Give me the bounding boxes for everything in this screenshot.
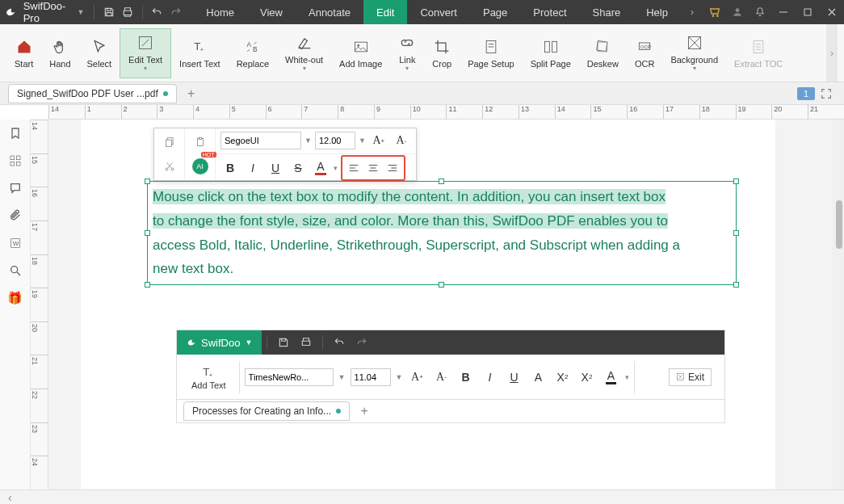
- embed-redo-icon: [351, 330, 373, 355]
- chevron-right-icon[interactable]: ›: [681, 0, 703, 24]
- embed-italic-icon: I: [480, 368, 499, 387]
- user-icon[interactable]: [726, 0, 749, 24]
- align-left-icon[interactable]: [344, 158, 363, 178]
- document-tab[interactable]: Signed_SwifDoo PDF User ...pdf: [8, 84, 177, 103]
- embed-subscript-icon: X2: [577, 368, 596, 387]
- cut-icon[interactable]: [160, 157, 179, 176]
- ribbon-insert-text[interactable]: T+Insert Text: [171, 28, 229, 78]
- font-size-select[interactable]: [315, 132, 355, 149]
- svg-rect-33: [166, 140, 171, 146]
- menu-annotate[interactable]: Annotate: [296, 0, 363, 24]
- attachments-panel-icon[interactable]: [6, 207, 24, 225]
- resize-handle[interactable]: [733, 282, 739, 288]
- menu-edit[interactable]: Edit: [363, 0, 407, 24]
- redo-icon[interactable]: [166, 0, 185, 24]
- ribbon-crop[interactable]: Crop: [424, 28, 460, 78]
- increase-font-icon[interactable]: A+: [369, 131, 388, 150]
- comments-panel-icon[interactable]: [6, 179, 24, 197]
- save-icon[interactable]: [99, 0, 118, 24]
- resize-handle[interactable]: [145, 282, 150, 288]
- font-family-select[interactable]: [220, 132, 301, 149]
- resize-handle[interactable]: [439, 178, 444, 184]
- svg-text:W: W: [12, 240, 19, 247]
- thumbnails-panel-icon[interactable]: [6, 152, 24, 170]
- paste-icon[interactable]: [191, 132, 210, 152]
- minimize-button[interactable]: [771, 0, 796, 24]
- cart-icon[interactable]: [703, 0, 726, 24]
- ribbon-scroll-right[interactable]: ›: [826, 24, 838, 82]
- ribbon-extract-toc[interactable]: Extract TOC: [726, 28, 791, 78]
- menu-help[interactable]: Help: [633, 0, 681, 24]
- menu-share[interactable]: Share: [580, 0, 634, 24]
- decrease-font-icon[interactable]: A-: [392, 131, 411, 150]
- menu-convert[interactable]: Convert: [407, 0, 470, 24]
- strikethrough-icon[interactable]: S: [288, 158, 308, 178]
- maximize-button[interactable]: [796, 0, 820, 24]
- ribbon-edit-text[interactable]: Edit Text▾: [120, 28, 171, 78]
- ai-button[interactable]: AIHOT: [191, 157, 210, 176]
- svg-text:B: B: [253, 44, 258, 52]
- ribbon-ocr[interactable]: OCROCR: [627, 28, 662, 78]
- word-panel-icon[interactable]: W: [6, 234, 24, 252]
- resize-handle[interactable]: [145, 230, 150, 236]
- collapse-sidebar-icon[interactable]: ‹: [8, 491, 12, 504]
- ribbon-link[interactable]: Link▾: [390, 28, 424, 78]
- svg-rect-25: [16, 156, 20, 160]
- embed-font-select: [245, 368, 334, 386]
- vertical-scrollbar[interactable]: [833, 120, 844, 489]
- align-right-icon[interactable]: [383, 158, 402, 178]
- bell-icon[interactable]: [749, 0, 771, 24]
- bookmark-panel-icon[interactable]: [6, 124, 24, 142]
- ribbon-deskew[interactable]: Deskew: [579, 28, 627, 78]
- embed-font-color-icon: A: [601, 368, 620, 387]
- menu-view[interactable]: View: [247, 0, 296, 24]
- print-icon[interactable]: [119, 0, 137, 24]
- resize-handle[interactable]: [733, 178, 739, 184]
- page-indicator: 1: [797, 87, 815, 100]
- add-tab-button[interactable]: +: [182, 84, 201, 103]
- embed-add-text-button: T+Add Text: [183, 358, 234, 397]
- copy-icon[interactable]: [160, 132, 179, 152]
- ribbon-page-setup[interactable]: Page Setup: [460, 28, 523, 78]
- font-color-icon[interactable]: A: [311, 158, 330, 178]
- svg-point-35: [171, 168, 174, 170]
- svg-text:A: A: [246, 40, 251, 48]
- ribbon-start[interactable]: Start: [6, 28, 41, 78]
- search-panel-icon[interactable]: [6, 262, 24, 279]
- fullscreen-icon[interactable]: [820, 87, 833, 100]
- embed-exit-button: Exit: [669, 368, 712, 386]
- svg-rect-37: [199, 137, 202, 139]
- menu-page[interactable]: Page: [470, 0, 520, 24]
- app-dropdown-icon[interactable]: ▼: [77, 8, 84, 16]
- svg-point-9: [357, 44, 359, 47]
- embedded-screenshot: SwifDoo▼ T+Add Text ▼ ▼ A+ A- B I U A X2: [176, 330, 725, 423]
- align-center-icon[interactable]: [363, 158, 383, 178]
- menu-home[interactable]: Home: [193, 0, 247, 24]
- menu-protect[interactable]: Protect: [520, 0, 579, 24]
- embed-document-tab: Processes for Creating an Info...: [183, 401, 350, 421]
- alignment-group-highlight: [341, 155, 405, 181]
- embed-decrease-font-icon: A-: [431, 368, 451, 387]
- resize-handle[interactable]: [733, 230, 739, 236]
- bold-icon[interactable]: B: [220, 158, 240, 178]
- underline-icon[interactable]: U: [266, 158, 285, 178]
- resize-handle[interactable]: [145, 178, 150, 184]
- resize-handle[interactable]: [439, 282, 444, 288]
- editable-text-box[interactable]: Mouse click on the text box to modify th…: [147, 181, 737, 285]
- ribbon-hand[interactable]: Hand: [41, 28, 78, 78]
- embed-undo-icon: [328, 330, 351, 355]
- italic-icon[interactable]: I: [243, 158, 262, 178]
- ribbon-background[interactable]: Background▾: [662, 28, 726, 78]
- ruler-horizontal: 14123456789101112131415161718192021: [48, 105, 844, 120]
- text-edit-toolbar: AIHOT ▼ ▼ A+ A- B I U S A ▾: [153, 128, 417, 181]
- ribbon-split-page[interactable]: Split Page: [523, 28, 579, 78]
- gift-icon[interactable]: 🎁: [6, 289, 24, 307]
- ribbon-whiteout[interactable]: White-out▾: [277, 28, 331, 78]
- undo-icon[interactable]: [148, 0, 166, 24]
- close-button[interactable]: [820, 0, 844, 24]
- svg-rect-24: [10, 156, 15, 160]
- embed-increase-font-icon: A+: [407, 368, 426, 387]
- ribbon-select[interactable]: Select: [79, 28, 120, 78]
- ribbon-add-image[interactable]: Add Image: [331, 28, 390, 78]
- ribbon-replace[interactable]: ABReplace: [229, 28, 277, 78]
